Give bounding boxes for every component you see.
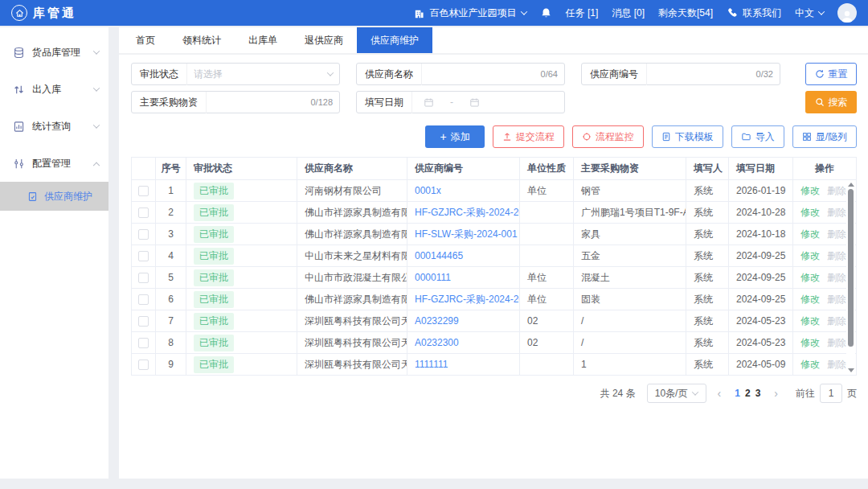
total-count-label: 共 24 条	[600, 387, 636, 401]
row-checkbox[interactable]	[138, 316, 149, 327]
delete-button[interactable]: 删除	[827, 249, 846, 263]
edit-button[interactable]: 修改	[800, 358, 820, 372]
calendar-icon[interactable]	[469, 97, 480, 108]
goto-page-input[interactable]: 1	[820, 384, 842, 403]
user-avatar[interactable]	[837, 3, 857, 23]
goto-prefix-label: 前往	[796, 387, 815, 401]
reset-button[interactable]: 重置	[805, 63, 857, 85]
project-selector[interactable]: 百色林业产业园项目	[413, 6, 526, 20]
submit-flow-button[interactable]: 提交流程	[493, 125, 564, 148]
char-counter: 0/128	[310, 97, 333, 107]
delete-button[interactable]: 删除	[827, 271, 846, 285]
sidebar-item-in-out[interactable]: 出入库	[0, 71, 108, 108]
sidebar-item-goods-stock[interactable]: 货品库管理	[0, 34, 108, 71]
edit-button[interactable]: 修改	[800, 228, 820, 241]
delete-button[interactable]: 删除	[827, 314, 846, 328]
delete-button[interactable]: 删除	[827, 293, 846, 306]
table-row: 7 已审批 深圳瓯粤科技有限公司天河... A0232299 02 / 系统 2…	[132, 310, 856, 332]
supplier-code-link[interactable]: A0232299	[415, 315, 459, 327]
upload-icon	[502, 132, 512, 142]
unit-type-cell	[520, 245, 574, 267]
supplier-code-link[interactable]: 1111111	[415, 359, 448, 370]
fill-date-range-field[interactable]: 填写日期 -	[356, 91, 565, 113]
filler-cell: 系统	[686, 354, 729, 376]
tab-supplier-maintenance[interactable]: 供应商维护	[357, 27, 432, 53]
materials-cell: /	[574, 310, 686, 332]
show-hide-columns-button[interactable]: 显/隐列	[792, 125, 857, 148]
table-scrollbar[interactable]	[846, 180, 855, 375]
sidebar-item-stats[interactable]: 统计查询	[0, 108, 108, 145]
unit-type-cell: 02	[520, 332, 574, 354]
search-button[interactable]: 搜索	[805, 91, 857, 113]
days-left-label: 剩余天数[54]	[658, 6, 713, 20]
page-size-select[interactable]: 10条/页	[647, 384, 706, 403]
supplier-name-cell: 深圳瓯粤科技有限公司天河...	[297, 354, 407, 376]
delete-button[interactable]: 删除	[827, 184, 846, 198]
row-checkbox[interactable]	[138, 273, 149, 283]
page-number-2[interactable]: 2	[743, 388, 753, 399]
supplier-name-cell: 佛山市祥源家具制造有限公...	[297, 224, 407, 245]
supplier-code-link[interactable]: 000144465	[415, 250, 463, 261]
sidebar-item-config[interactable]: 配置管理	[0, 145, 108, 182]
tasks-link[interactable]: 任务 [1]	[566, 6, 599, 20]
row-checkbox[interactable]	[138, 229, 149, 240]
approval-status-select[interactable]: 审批状态 请选择	[131, 63, 340, 85]
flow-monitor-button[interactable]: 流程监控	[572, 125, 644, 148]
supplier-name-field[interactable]: 供应商名称 0/64	[356, 63, 565, 85]
delete-button[interactable]: 删除	[827, 206, 846, 220]
supplier-code-link[interactable]: 0001x	[415, 185, 441, 196]
notification-bell[interactable]	[540, 7, 552, 19]
contact-us-link[interactable]: 联系我们	[727, 6, 781, 20]
scrollbar-thumb[interactable]	[848, 189, 854, 347]
materials-field[interactable]: 主要采购物资 0/128	[131, 91, 340, 113]
edit-button[interactable]: 修改	[800, 271, 820, 285]
delete-button[interactable]: 删除	[827, 358, 846, 372]
row-checkbox[interactable]	[138, 338, 149, 348]
edit-button[interactable]: 修改	[800, 314, 820, 328]
edit-button[interactable]: 修改	[800, 249, 820, 263]
supplier-code-link[interactable]: A0232300	[415, 337, 459, 348]
supplier-code-link[interactable]: HF-SLW-采购-2024-001	[415, 228, 518, 241]
next-page-button[interactable]: ›	[769, 387, 783, 400]
grid-icon	[802, 132, 812, 142]
download-template-button[interactable]: 下载模板	[652, 125, 723, 148]
show-hide-columns-label: 显/隐列	[816, 130, 847, 144]
messages-link[interactable]: 消息 [0]	[612, 6, 645, 20]
tab-material-stats[interactable]: 领料统计	[169, 27, 235, 53]
add-button[interactable]: + 添加	[425, 125, 484, 148]
supplier-code-field[interactable]: 供应商编号 0/32	[581, 63, 780, 85]
supplier-code-link[interactable]: HF-GZJRC-采购-2024-208	[415, 293, 520, 306]
row-checkbox[interactable]	[138, 186, 149, 196]
supplier-name-cell: 河南钢材有限公司	[297, 180, 407, 202]
edit-button[interactable]: 修改	[800, 184, 820, 198]
scroll-down-arrow-icon[interactable]	[848, 368, 854, 372]
delete-button[interactable]: 删除	[827, 228, 846, 241]
table-row: 6 已审批 佛山市祥源家具制造有限公... HF-GZJRC-采购-2024-2…	[132, 289, 856, 310]
document-icon	[661, 132, 671, 142]
page-number-1[interactable]: 1	[732, 388, 743, 399]
delete-button[interactable]: 删除	[827, 336, 846, 350]
row-checkbox[interactable]	[138, 294, 149, 305]
tab-return-supplier[interactable]: 退供应商	[291, 27, 357, 53]
edit-button[interactable]: 修改	[800, 206, 820, 220]
scroll-up-arrow-icon[interactable]	[848, 183, 854, 187]
app-logo: 库管通	[11, 5, 76, 21]
edit-button[interactable]: 修改	[800, 293, 820, 306]
edit-button[interactable]: 修改	[800, 336, 820, 350]
row-index: 8	[156, 332, 186, 354]
sidebar-item-supplier-maintenance[interactable]: 供应商维护	[0, 182, 108, 211]
language-selector[interactable]: 中文	[795, 6, 824, 20]
search-label: 搜索	[829, 96, 848, 109]
import-button[interactable]: 导入	[731, 125, 784, 148]
row-checkbox[interactable]	[138, 360, 149, 370]
page-number-3[interactable]: 3	[753, 388, 764, 399]
tab-outbound-order[interactable]: 出库单	[235, 27, 291, 53]
tab-home[interactable]: 首页	[122, 27, 169, 53]
status-badge: 已审批	[194, 248, 234, 265]
row-checkbox[interactable]	[138, 251, 149, 261]
supplier-code-link[interactable]: 0000111	[415, 272, 451, 283]
row-checkbox[interactable]	[138, 208, 149, 218]
prev-page-button[interactable]: ‹	[713, 387, 727, 400]
calendar-icon[interactable]	[424, 97, 434, 108]
supplier-code-link[interactable]: HF-GZJRC-采购-2024-2086	[415, 206, 520, 220]
